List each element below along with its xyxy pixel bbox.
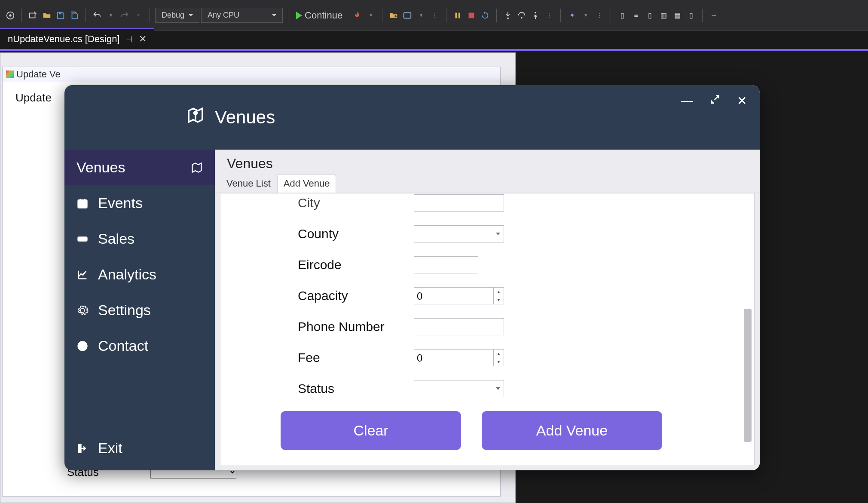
continue-label: Continue [305, 10, 342, 21]
label-eircode: Eircode [298, 258, 397, 272]
document-tab[interactable]: nUpdateVenue.cs [Design] ⊣ ✕ [0, 28, 154, 49]
tab-add-venue[interactable]: Add Venue [277, 174, 336, 193]
sidebar-item-sales[interactable]: Sales [64, 221, 215, 257]
map-pin-icon [186, 106, 205, 129]
pin-icon[interactable]: ⊣ [126, 34, 133, 44]
align-center-icon[interactable]: ≡ [630, 9, 642, 21]
sidebar-item-label: Exit [98, 440, 122, 457]
sidebar-item-events[interactable]: Events [64, 185, 215, 221]
distribute-v-icon[interactable]: ▤ [671, 9, 683, 21]
restart-icon[interactable] [479, 9, 491, 21]
input-phone[interactable] [414, 318, 504, 335]
vs-toolbar: ▼ ▼ Debug Any CPU Continue ▼ ▼ ⋮ ⋮ ✦ ▼ ⋮… [0, 0, 868, 31]
sidebar-item-label: Events [98, 195, 143, 212]
svg-rect-2 [30, 13, 35, 18]
svg-point-11 [535, 12, 536, 13]
input-city[interactable] [414, 194, 504, 212]
form-icon [6, 71, 14, 78]
app-window: Venues — ✕ Venues Events [64, 85, 760, 470]
fee-value: 0 [417, 352, 422, 364]
sidebar-item-label: Venues [76, 159, 125, 176]
svg-point-12 [193, 111, 198, 116]
spin-down-icon[interactable]: ▼ [494, 296, 504, 304]
spin-up-icon[interactable]: ▲ [494, 288, 504, 296]
layout-icon[interactable]: ▯ [685, 9, 697, 21]
step-over-icon[interactable] [516, 9, 528, 21]
svg-point-10 [521, 17, 523, 18]
open-folder-icon[interactable] [41, 9, 53, 21]
sidebar-item-label: Settings [98, 302, 151, 319]
select-status[interactable] [414, 380, 504, 397]
minimize-button[interactable]: — [681, 94, 693, 108]
designer-body-label: Update [15, 91, 52, 104]
redo-icon[interactable] [119, 9, 131, 21]
config-label: Debug [162, 11, 184, 20]
step-into-icon[interactable] [502, 9, 514, 21]
select-county[interactable] [414, 225, 504, 242]
sidebar-item-analytics[interactable]: Analytics [64, 257, 215, 292]
capacity-value: 0 [417, 290, 422, 302]
sidebar-item-exit[interactable]: Exit [64, 430, 215, 470]
svg-rect-8 [469, 12, 474, 18]
svg-point-4 [394, 15, 397, 18]
save-icon[interactable] [55, 9, 67, 21]
stop-icon[interactable] [465, 9, 477, 21]
svg-point-1 [9, 14, 12, 17]
chart-icon [76, 269, 89, 281]
sidebar-item-settings[interactable]: Settings [64, 292, 215, 328]
sidebar-item-contact[interactable]: Contact [64, 328, 215, 364]
spin-down-icon[interactable]: ▼ [494, 358, 504, 366]
document-tab-label: nUpdateVenue.cs [Design] [8, 34, 120, 45]
input-eircode[interactable] [414, 256, 478, 273]
svg-point-9 [507, 17, 509, 19]
sidebar-item-label: Sales [98, 230, 134, 247]
new-project-icon[interactable] [27, 9, 39, 21]
label-status: Status [298, 381, 397, 396]
sidebar-item-label: Analytics [98, 266, 156, 283]
input-capacity[interactable]: 0 ▲▼ [414, 287, 504, 304]
close-icon[interactable]: ✕ [139, 34, 147, 45]
platform-label: Any CPU [208, 11, 239, 20]
app-header: Venues — ✕ [64, 85, 760, 150]
align-right-icon[interactable]: ▯ [644, 9, 656, 21]
add-venue-button[interactable]: Add Venue [482, 411, 662, 450]
scrollbar[interactable] [744, 309, 752, 442]
platform-dropdown[interactable]: Any CPU [201, 8, 283, 23]
browser-link-icon[interactable] [401, 9, 413, 21]
save-all-icon[interactable] [68, 9, 80, 21]
tab-venue-list[interactable]: Venue List [220, 174, 277, 193]
svg-rect-3 [59, 12, 61, 14]
document-tab-strip: nUpdateVenue.cs [Design] ⊣ ✕ [0, 31, 868, 51]
more-icon[interactable]: → [708, 9, 720, 21]
undo-icon[interactable] [91, 9, 103, 21]
calendar-icon [76, 197, 89, 209]
form-panel: City County Eircode Capacity 0 ▲▼ [220, 193, 755, 465]
sidebar: Venues Events Sales [64, 150, 215, 470]
find-in-files-icon[interactable] [388, 9, 400, 21]
label-fee: Fee [298, 350, 397, 365]
input-fee[interactable]: 0 ▲▼ [414, 349, 504, 366]
clear-button[interactable]: Clear [281, 411, 461, 450]
main-content: Venues Venue List Add Venue City County … [215, 150, 760, 470]
align-left-icon[interactable]: ▯ [616, 9, 628, 21]
step-out-icon[interactable] [529, 9, 541, 21]
config-dropdown[interactable]: Debug [155, 8, 199, 23]
spin-up-icon[interactable]: ▲ [494, 350, 504, 358]
hot-reload-icon[interactable] [351, 9, 363, 21]
debug-tools-icon[interactable]: ✦ [566, 9, 578, 21]
pause-icon[interactable] [452, 9, 464, 21]
label-phone: Phone Number [298, 319, 397, 334]
svg-rect-13 [78, 199, 87, 208]
svg-rect-6 [455, 12, 457, 18]
exit-icon [76, 442, 89, 454]
distribute-h-icon[interactable]: ▥ [657, 9, 669, 21]
designer-titlebar: Update Ve [3, 67, 500, 82]
continue-button[interactable]: Continue [293, 8, 349, 23]
close-button[interactable]: ✕ [737, 94, 747, 108]
expand-button[interactable] [709, 94, 721, 108]
label-capacity: Capacity [298, 288, 397, 303]
sidebar-item-venues[interactable]: Venues [64, 150, 215, 185]
tab-strip: Venue List Add Venue [215, 174, 760, 193]
target-icon[interactable] [4, 9, 16, 21]
svg-rect-14 [78, 237, 87, 241]
